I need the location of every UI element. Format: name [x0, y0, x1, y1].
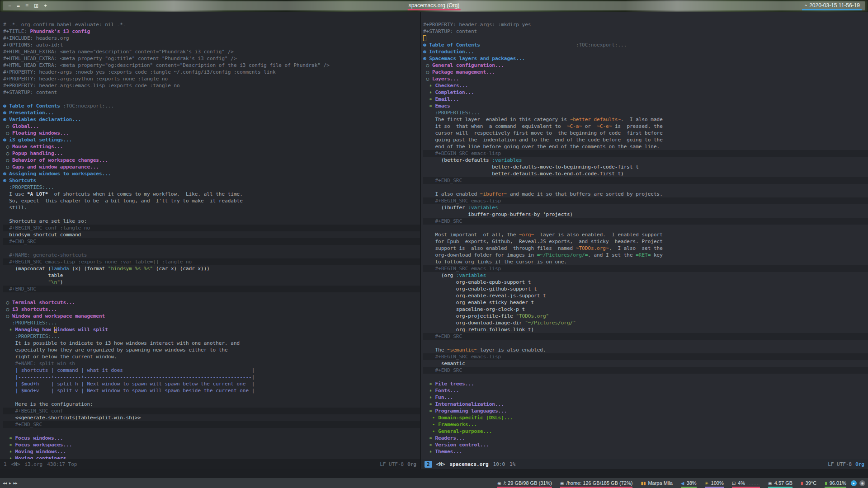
editor-line: :PROPERTIES:... [3, 333, 420, 340]
disk-home-module[interactable]: ◉/home: 126 GB/185 GB (72%) [560, 478, 632, 488]
brightness-icon: ☀ [705, 481, 709, 486]
editor-line: #+END_SRC [3, 421, 420, 428]
editor-line: The first layer enabled in this category… [423, 116, 868, 123]
left-window[interactable]: # -*- org-confirm-babel-evaluate: nil -*… [0, 12, 421, 469]
editor-line: #+END_SRC [423, 177, 868, 184]
memory-module-text: 4.57 GB [774, 480, 793, 486]
editor-line: ∗ Themes... [423, 448, 868, 455]
editor-line: right or below the current window. [3, 353, 420, 360]
editor-line: #+HTML_HEAD_EXTRA: <meta property="og:ti… [3, 55, 420, 62]
editor-line: bindsym shortcut command [3, 231, 420, 238]
editor-line: ⊛ i3 global settings... [3, 136, 420, 143]
emacs-frame: # -*- org-confirm-babel-evaluate: nil -*… [0, 12, 868, 469]
minimize-icon[interactable]: − [8, 1, 11, 10]
editor-line: • Frameworks... [423, 421, 868, 428]
editor-line: ○ Mouse settings... [3, 143, 420, 150]
media-next-button[interactable]: ▸▸ [14, 481, 18, 485]
editor-line: ⊛ Variables declaration... [3, 116, 420, 123]
editor-line: ∗ Programming languages... [423, 408, 868, 414]
brightness-module[interactable]: ☀100% [705, 478, 724, 488]
editor-line [3, 211, 420, 218]
music-equalizer-icon: ▮▮ [641, 481, 646, 486]
top-panel-bar: −=≡⊞+ spacemacs.org (Org) ◔ 2020-03-15 1… [3, 1, 865, 10]
evil-state-indicator: <N> [11, 461, 20, 467]
editor-line: #+BEGIN_SRC emacs-lisp [423, 265, 868, 272]
editor-line: #+BEGIN_SRC emacs-lisp [423, 353, 868, 360]
editor-line: ∗ Internationalization... [423, 401, 868, 408]
tray-icon-telegram[interactable]: ▸ [851, 480, 857, 486]
right-buffer-text[interactable]: #+PROPERTY: header-args: :mkdirp yes#+ST… [421, 12, 868, 459]
editor-line [3, 292, 420, 299]
disk-root-module[interactable]: ◉/: 29 GB/98 GB (31%) [497, 478, 552, 488]
editor-line: ibuffer-group-buffers-by 'projects) [423, 211, 868, 218]
media-prev-button[interactable]: ◂◂ [3, 481, 7, 485]
temperature-module[interactable]: ▮39°C [801, 478, 816, 488]
editor-line: ○ Global... [3, 123, 420, 130]
battery-module[interactable]: ▮96.01% [825, 478, 846, 488]
editor-line: #+END_SRC [423, 333, 868, 340]
media-play-button[interactable]: ▸ [9, 481, 11, 485]
editor-line: ∗ Managing how windows will split [3, 326, 420, 333]
editor-line: |-----------+---------+-----------------… [3, 374, 420, 380]
left-buffer-text[interactable]: # -*- org-confirm-babel-evaluate: nil -*… [0, 12, 420, 459]
editor-line: #+END_SRC [423, 367, 868, 374]
editor-line: better-defaults-move-to-end-of-code-firs… [423, 170, 868, 177]
menu-icon[interactable]: ≡ [25, 1, 28, 10]
buffer-name: i3.org [25, 461, 43, 467]
editor-line: ○ Floating windows... [3, 130, 420, 136]
editor-line: | $mod+h | split h | Next window to spaw… [3, 380, 420, 387]
editor-line: ⊛ Introduction... [423, 48, 868, 55]
editor-line [423, 225, 868, 231]
editor-line: ○ Behavior of workspace changes... [3, 157, 420, 164]
clock-icon: ◔ [804, 3, 807, 8]
battery-module-text: 96.01% [830, 480, 846, 486]
editor-line: org-return-follows-link t) [423, 326, 868, 333]
editor-line: semantic [423, 360, 868, 367]
layout-grid-icon[interactable]: ⊞ [34, 1, 38, 10]
volume-module[interactable]: ◀38% [681, 478, 697, 488]
editor-line: #+BEGIN_SRC emacs-lisp [423, 150, 868, 157]
editor-line: support is also enabled through files na… [423, 245, 868, 252]
encoding-indicator: LF UTF-8 [380, 461, 404, 467]
editor-line: #+BEGIN_SRC conf :tangle no [3, 225, 420, 231]
echo-area [0, 469, 868, 478]
editor-line: ∗ Fonts... [423, 387, 868, 394]
editor-line: • General-purpose... [423, 428, 868, 435]
window-title-text: spacemacs.org (Org) [409, 2, 460, 9]
editor-line: #+INCLUDE: headers.org [3, 35, 420, 42]
memory-icon: ◉ [768, 481, 772, 486]
editor-line: org-enable-github-support t [423, 286, 868, 292]
clock-text: 2020-03-15 11-56-19 [809, 2, 860, 9]
editor-line: ○ Gaps and window appearance... [3, 164, 420, 170]
editor-line: ○ Popup handling... [3, 150, 420, 157]
editor-line: ○ Layers... [423, 75, 868, 82]
editor-line [3, 245, 420, 252]
clock-module[interactable]: ◔ 2020-03-15 11-56-19 [802, 1, 862, 10]
editor-line: especially how they are organized by spa… [3, 347, 420, 353]
editor-line: It is possible to indicate to i3 how win… [3, 340, 420, 347]
memory-module[interactable]: ◉4.57 GB [768, 478, 793, 488]
tray-icon-mouse[interactable]: ◉ [859, 480, 865, 486]
right-window[interactable]: #+PROPERTY: header-args: :mkdirp yes#+ST… [421, 12, 868, 469]
editor-line: #+PROPERTY: header-args:python :exports … [3, 75, 420, 82]
restore-icon[interactable]: = [17, 1, 20, 10]
editor-line: #+NAME: generate-shortcuts [3, 252, 420, 258]
editor-line [3, 96, 420, 103]
system-bar: ◂◂▸▸▸ ◉/: 29 GB/98 GB (31%)◉/home: 126 G… [0, 478, 868, 488]
editor-line: cursor will respectively first move to t… [423, 130, 868, 136]
editor-line: :PROPERTIES:... [423, 109, 868, 116]
editor-line: #+END_SRC [3, 238, 420, 245]
editor-line: #+BEGIN_SRC emacs-lisp [423, 197, 868, 204]
buffer-name: spacemacs.org [450, 461, 489, 467]
major-mode-indicator: Org [407, 461, 416, 467]
add-icon[interactable]: + [44, 1, 47, 10]
disk-icon: ◉ [497, 481, 501, 486]
editor-line: going past the indentation and to the en… [423, 136, 868, 143]
now-playing-module[interactable]: ▮▮Marpa Mila [641, 478, 672, 488]
editor-line: org-enable-sticky-header t [423, 299, 868, 306]
editor-line: #+STARTUP: content [3, 89, 420, 96]
editor-line: <<generate-shortcuts(table=split-win-sh)… [3, 414, 420, 421]
disk-icon: ◉ [560, 481, 564, 486]
cpu-module[interactable]: ⊡4%........ [732, 478, 760, 488]
scroll-percentage: 1% [509, 461, 515, 467]
